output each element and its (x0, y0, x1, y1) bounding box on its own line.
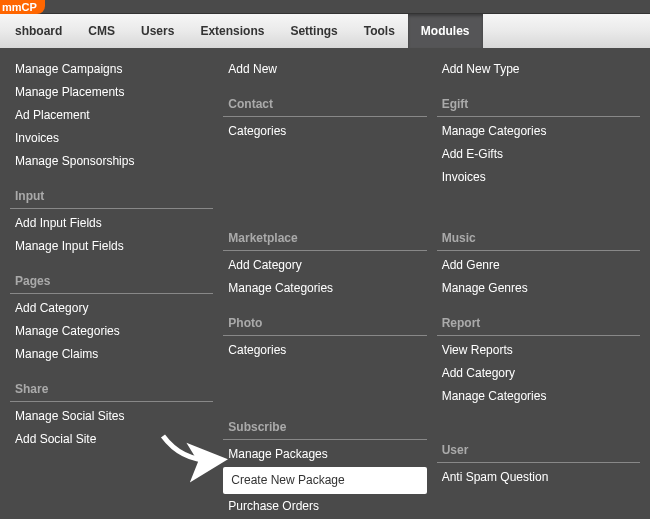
section-heading: User (437, 439, 640, 463)
top-bar: mmCP (0, 0, 650, 14)
main-nav: shboardCMSUsersExtensionsSettingsToolsMo… (0, 14, 650, 48)
menu-item[interactable]: Manage Categories (437, 385, 640, 408)
menu-item[interactable]: Create New Package (223, 467, 426, 494)
menu-item[interactable]: Add New Type (437, 58, 640, 81)
menu-item[interactable]: Add Category (10, 297, 213, 320)
menu-item[interactable]: Add Input Fields (10, 212, 213, 235)
menu-item[interactable]: Manage Sponsorships (10, 150, 213, 173)
section-heading: Input (10, 185, 213, 209)
menu-item[interactable]: Manage Campaigns (10, 58, 213, 81)
nav-modules[interactable]: Modules (408, 14, 483, 48)
menu-item[interactable]: Manage Input Fields (10, 235, 213, 258)
menu-item[interactable]: Manage Genres (437, 277, 640, 300)
logo: mmCP (0, 0, 45, 14)
menu-item[interactable]: Add E-Gifts (437, 143, 640, 166)
section-heading: Subscribe (223, 416, 426, 440)
menu-item[interactable]: Anti Spam Question (437, 466, 640, 489)
menu-column: Manage CampaignsManage PlacementsAd Plac… (5, 58, 218, 519)
menu-item[interactable]: Categories (223, 339, 426, 362)
section-heading: Pages (10, 270, 213, 294)
menu-item[interactable]: View Reports (437, 339, 640, 362)
menu-item[interactable]: Invoices (437, 166, 640, 189)
menu-item[interactable]: Manage Packages (223, 443, 426, 466)
nav-shboard[interactable]: shboard (2, 14, 75, 48)
nav-extensions[interactable]: Extensions (187, 14, 277, 48)
section-heading: Photo (223, 312, 426, 336)
modules-dropdown: Manage CampaignsManage PlacementsAd Plac… (0, 48, 650, 519)
section-heading: Music (437, 227, 640, 251)
menu-item[interactable]: Ad Placement (10, 104, 213, 127)
menu-item[interactable]: Add Category (437, 362, 640, 385)
nav-cms[interactable]: CMS (75, 14, 128, 48)
menu-item[interactable]: Manage Claims (10, 343, 213, 366)
menu-item[interactable]: Invoices (10, 127, 213, 150)
menu-item[interactable]: Manage Categories (10, 320, 213, 343)
section-heading: Egift (437, 93, 640, 117)
menu-item[interactable]: Manage Categories (437, 120, 640, 143)
menu-item[interactable]: Add New (223, 58, 426, 81)
section-heading: Share (10, 378, 213, 402)
menu-column: Add NewContactCategoriesMarketplaceAdd C… (218, 58, 431, 519)
menu-item[interactable]: Manage Social Sites (10, 405, 213, 428)
menu-item[interactable]: Categories (223, 120, 426, 143)
menu-item[interactable]: Manage Categories (223, 277, 426, 300)
menu-item[interactable]: Add Genre (437, 254, 640, 277)
nav-users[interactable]: Users (128, 14, 187, 48)
nav-settings[interactable]: Settings (277, 14, 350, 48)
section-heading: Report (437, 312, 640, 336)
section-heading: Marketplace (223, 227, 426, 251)
menu-item[interactable]: Purchase Orders (223, 495, 426, 518)
menu-item[interactable]: Add Social Site (10, 428, 213, 451)
menu-item[interactable]: Manage Placements (10, 81, 213, 104)
menu-column: Add New TypeEgiftManage CategoriesAdd E-… (432, 58, 645, 519)
menu-item[interactable]: Add Category (223, 254, 426, 277)
section-heading: Contact (223, 93, 426, 117)
nav-tools[interactable]: Tools (351, 14, 408, 48)
